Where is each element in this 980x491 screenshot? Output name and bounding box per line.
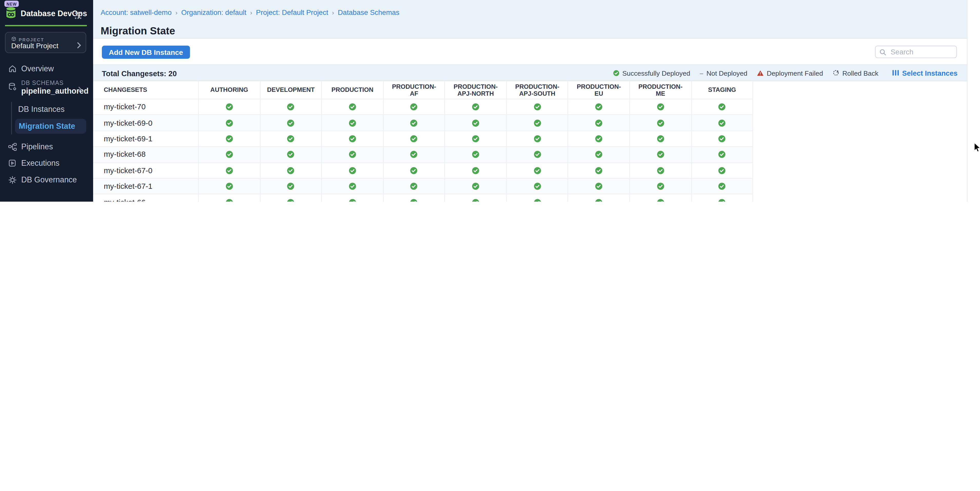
status-deployed	[199, 99, 260, 114]
deployed-check-icon	[287, 151, 294, 158]
status-deployed	[692, 147, 753, 162]
search-input[interactable]	[889, 48, 953, 56]
legend-deployed: Successfully Deployed	[613, 69, 690, 76]
deployed-check-icon	[287, 135, 294, 142]
select-instances-button[interactable]: Select Instances	[893, 69, 958, 76]
deployed-check-icon	[718, 167, 726, 174]
summary-band: Total Changesets: 20 Successfully Deploy…	[93, 65, 967, 81]
breadcrumb-link[interactable]: Project: Default Project	[256, 9, 328, 16]
status-deployed	[322, 99, 383, 114]
status-deployed	[630, 163, 692, 178]
deployed-check-icon	[613, 70, 619, 76]
deployed-check-icon	[410, 135, 418, 142]
breadcrumb-link[interactable]: Database Schemas	[338, 9, 399, 16]
deployed-check-icon	[287, 183, 294, 190]
deployed-check-icon	[226, 103, 233, 111]
status-deployed	[322, 131, 383, 146]
sidebar-item-migration-state[interactable]: Migration State	[15, 119, 86, 133]
legend-deployment-failed: Deployment Failed	[757, 69, 823, 76]
project-selector[interactable]: PROJECT Default Project	[5, 32, 86, 53]
status-deployed	[568, 115, 630, 130]
status-deployed	[445, 99, 507, 114]
status-deployed	[568, 195, 630, 202]
changeset-name: my-ticket-66	[93, 195, 199, 202]
sidebar-item-executions[interactable]: Executions	[0, 157, 93, 169]
status-deployed	[692, 179, 753, 194]
sidebar-item-label: DB Governance	[21, 176, 77, 184]
deployed-check-icon	[718, 151, 726, 158]
deployed-check-icon	[657, 151, 664, 158]
legend-not-deployed: – Not Deployed	[700, 69, 747, 76]
deployed-check-icon	[534, 103, 541, 111]
status-deployed	[383, 195, 445, 202]
status-deployed	[507, 131, 568, 146]
deployed-check-icon	[472, 151, 479, 158]
deployed-check-icon	[348, 167, 356, 174]
app-window: NEW Database DevOps	[0, 0, 980, 202]
status-deployed	[383, 99, 445, 114]
project-label: PROJECT	[19, 37, 44, 41]
status-deployed	[260, 115, 322, 130]
sidebar-item-db-schemas[interactable]: DB SCHEMAS pipeline_authored	[0, 79, 93, 96]
status-deployed	[445, 131, 507, 146]
status-deployed	[322, 163, 383, 178]
add-db-instance-button[interactable]: Add New DB Instance	[102, 46, 190, 59]
status-deployed	[260, 99, 322, 114]
deployed-check-icon	[718, 183, 726, 190]
sidebar-item-db-instances[interactable]: DB Instances	[0, 103, 93, 115]
deployed-check-icon	[226, 151, 233, 158]
sidebar: NEW Database DevOps	[0, 0, 93, 202]
status-deployed	[199, 179, 260, 194]
app-grid-icon[interactable]	[75, 11, 82, 18]
status-deployed	[445, 163, 507, 178]
status-deployed	[692, 163, 753, 178]
deployed-check-icon	[226, 135, 233, 142]
breadcrumb-separator: ›	[332, 9, 334, 16]
deployed-check-icon	[348, 135, 356, 142]
column-header: PRODUCTION-APJ-SOUTH	[507, 81, 568, 99]
status-deployed	[383, 179, 445, 194]
deployed-check-icon	[226, 119, 233, 127]
status-deployed	[260, 147, 322, 162]
new-badge: NEW	[4, 0, 19, 7]
status-deployed	[322, 147, 383, 162]
status-deployed	[199, 115, 260, 130]
search-box[interactable]	[875, 46, 957, 58]
project-name: Default Project	[11, 42, 59, 49]
sidebar-item-label: Overview	[21, 64, 54, 73]
status-deployed	[630, 115, 692, 130]
sidebar-item-db-governance[interactable]: DB Governance	[0, 174, 93, 186]
column-header: PRODUCTION-EU	[568, 81, 630, 99]
status-deployed	[383, 115, 445, 130]
column-header: PRODUCTION-APJ-NORTH	[445, 81, 507, 99]
status-deployed	[568, 99, 630, 114]
breadcrumb-link[interactable]: Organization: default	[181, 9, 247, 16]
breadcrumb-link[interactable]: Account: satwell-demo	[100, 9, 172, 16]
deployed-check-icon	[226, 199, 233, 202]
status-deployed	[260, 131, 322, 146]
deployed-check-icon	[348, 103, 356, 111]
status-deployed	[507, 179, 568, 194]
changeset-name: my-ticket-68	[93, 147, 199, 162]
status-deployed	[630, 131, 692, 146]
status-deployed	[322, 195, 383, 202]
database-gear-icon	[8, 83, 17, 91]
column-header: PRODUCTION	[322, 81, 383, 99]
sidebar-item-pipelines[interactable]: Pipelines	[0, 141, 93, 153]
deployed-check-icon	[595, 151, 603, 158]
cube-icon	[11, 36, 16, 42]
status-legend: Successfully Deployed – Not Deployed Dep…	[613, 65, 958, 81]
column-header: PRODUCTION-AF	[383, 81, 445, 99]
status-deployed	[630, 147, 692, 162]
deployed-check-icon	[472, 199, 479, 202]
status-deployed	[260, 179, 322, 194]
column-header: CHANGESETS	[93, 81, 199, 99]
status-deployed	[383, 147, 445, 162]
deployed-check-icon	[348, 151, 356, 158]
changeset-name: my-ticket-67-1	[93, 179, 199, 194]
table-row: my-ticket-69-0	[93, 115, 753, 131]
sidebar-item-overview[interactable]: Overview	[0, 63, 93, 75]
deployed-check-icon	[657, 199, 664, 202]
column-header: PRODUCTION-ME	[630, 81, 692, 99]
deployed-check-icon	[472, 183, 479, 190]
